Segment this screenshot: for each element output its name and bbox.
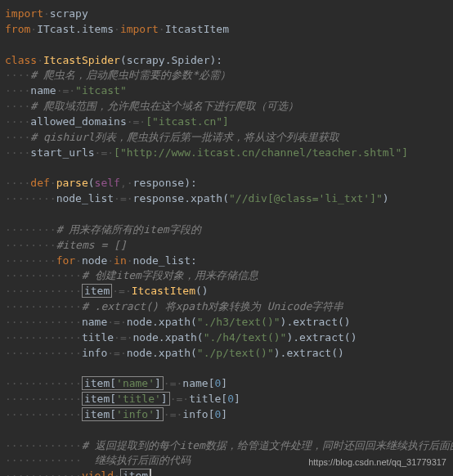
boxed-var: item — [120, 469, 151, 476]
code-line: ············item['info']·=·info[0] — [5, 407, 448, 423]
code-line: ············item·=·ItcastItem() — [5, 284, 448, 299]
keyword-import: import — [5, 7, 43, 20]
code-line: ····allowed_domains·=·["itcast.cn"] — [5, 115, 448, 130]
code-line: ····name·=·"itcast" — [5, 83, 448, 99]
code-line: ············name·=·node.xpath("./h3/text… — [5, 315, 448, 330]
blank-line — [5, 207, 448, 222]
code-line: ············item['name']·=·name[0] — [5, 376, 448, 392]
boxed-var: item — [82, 284, 112, 298]
module-name: scrapy — [50, 7, 88, 20]
comment-line: ········#items = [] — [5, 238, 448, 254]
comment-line: ············# 返回提取到的每个item数据，给管道文件处理，同时还… — [5, 438, 448, 454]
comment-line: ····# qishiurl列表，爬虫执行后第一批请求，将从这个列表里获取 — [5, 130, 448, 146]
code-line: ········for·node·in·node_list: — [5, 254, 448, 269]
code-line: ····def·parse(self,·response): — [5, 176, 448, 191]
blank-line — [5, 423, 448, 438]
watermark: https://blog.csdn.net/qq_31779317 — [308, 456, 446, 469]
blank-line — [5, 361, 448, 376]
code-line: ············title·=·node.xpath("./h4/tex… — [5, 330, 448, 346]
code-line: ····start_urls·=·["http://www.itcast.cn/… — [5, 146, 448, 161]
code-line: ········node_list·=·response.xpath("//di… — [5, 191, 448, 207]
code-line: ············item['title']·=·title[0] — [5, 392, 448, 407]
code-line: import·scrapy — [5, 7, 448, 22]
blank-line — [5, 160, 448, 176]
code-editor[interactable]: import·scrapy from·ITcast.items·import·I… — [5, 7, 448, 476]
comment-line: ········# 用来存储所有的item字段的 — [5, 222, 448, 238]
comment-line: ············# .extract() 将xpath对象转换为 Uni… — [5, 299, 448, 315]
comment-line: ············# 创建item字段对象，用来存储信息 — [5, 268, 448, 284]
code-line: from·ITcast.items·import·ItcastItem — [5, 22, 448, 38]
code-line: ············yield·item — [5, 469, 448, 476]
blank-line — [5, 38, 448, 53]
class-name: ItcastSpider — [43, 54, 120, 66]
comment-line: ····# 爬取域范围，允许爬虫在这个域名下进行爬取（可选） — [5, 99, 448, 115]
function-name: parse — [56, 177, 88, 189]
code-line: class·ItcastSpider(scrapy.Spider): — [5, 53, 448, 69]
comment-line: ····# 爬虫名，启动爬虫时需要的参数*必需） — [5, 68, 448, 83]
code-line: ············info·=·node.xpath("./p/text(… — [5, 346, 448, 361]
